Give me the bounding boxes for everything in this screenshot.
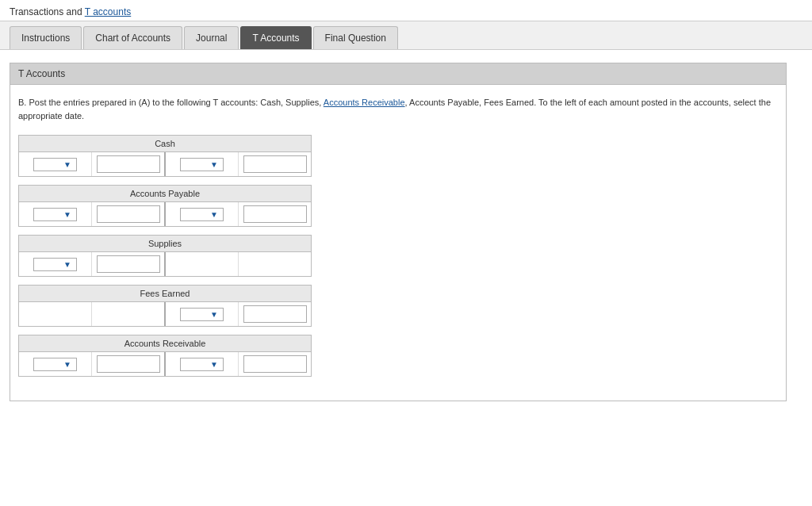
t-account-fees-earned-row: ▼ — [19, 302, 311, 326]
section-title: T Accounts — [10, 63, 786, 85]
supplies-left-input-cell — [92, 252, 166, 276]
cash-left-input[interactable] — [97, 155, 160, 173]
section-box: T Accounts B. Post the entries prepared … — [10, 63, 787, 401]
fe-right-dropdown-arrow: ▼ — [210, 310, 218, 319]
main-content: T Accounts B. Post the entries prepared … — [0, 50, 812, 414]
page-header: Transactions and T accounts — [0, 0, 812, 21]
cash-left-dropdown-cell: ▼ — [19, 152, 92, 176]
supplies-left-dropdown-cell: ▼ — [19, 252, 92, 276]
ar-left-input-cell — [92, 352, 166, 376]
ap-right-input[interactable] — [243, 205, 307, 223]
t-accounts-link[interactable]: T accounts — [85, 6, 131, 17]
ar-left-dropdown-arrow: ▼ — [63, 360, 71, 369]
ap-right-dropdown[interactable]: ▼ — [180, 208, 224, 221]
supplies-left-dropdown[interactable]: ▼ — [33, 258, 77, 271]
ap-right-input-cell — [239, 202, 311, 226]
t-account-cash-title: Cash — [19, 136, 311, 152]
cash-left-dropdown[interactable]: ▼ — [33, 158, 77, 171]
cash-left-dropdown-arrow: ▼ — [63, 160, 71, 169]
supplies-right-empty-cell — [166, 252, 239, 276]
fe-right-dropdown-cell: ▼ — [166, 302, 239, 326]
ar-left-dropdown-cell: ▼ — [19, 352, 92, 376]
cash-left-input-cell — [92, 152, 166, 176]
supplies-right-empty — [170, 255, 234, 273]
cash-right-input-cell — [239, 152, 311, 176]
ar-left-input[interactable] — [97, 355, 160, 373]
page-title-text: Transactions and — [10, 6, 85, 17]
fe-left-empty — [24, 305, 87, 323]
fe-right-dropdown[interactable]: ▼ — [180, 308, 224, 321]
ap-left-input[interactable] — [97, 205, 160, 223]
tab-chart-of-accounts[interactable]: Chart of Accounts — [83, 26, 182, 49]
supplies-right-empty2 — [243, 255, 307, 273]
tab-journal[interactable]: Journal — [184, 26, 239, 49]
ap-left-dropdown-arrow: ▼ — [63, 210, 71, 219]
cash-right-dropdown-arrow: ▼ — [210, 160, 218, 169]
cash-right-dropdown[interactable]: ▼ — [180, 158, 224, 171]
fe-left-empty-cell2 — [92, 302, 166, 326]
t-account-accounts-payable: Accounts Payable ▼ ▼ — [18, 185, 312, 227]
supplies-right-empty-cell2 — [239, 252, 311, 276]
ap-right-dropdown-cell: ▼ — [166, 202, 239, 226]
ar-right-dropdown-arrow: ▼ — [210, 360, 218, 369]
t-account-accounts-payable-row: ▼ ▼ — [19, 202, 311, 226]
section-body: B. Post the entries prepared in (A) to t… — [10, 85, 786, 401]
t-account-supplies: Supplies ▼ — [18, 235, 312, 277]
tab-bar: Instructions Chart of Accounts Journal T… — [0, 21, 812, 50]
t-account-cash: Cash ▼ ▼ — [18, 135, 312, 177]
ar-right-dropdown[interactable]: ▼ — [180, 358, 224, 371]
supplies-left-dropdown-arrow: ▼ — [63, 260, 71, 269]
tab-final-question[interactable]: Final Question — [313, 26, 398, 49]
fe-right-input[interactable] — [243, 305, 307, 323]
accounts-receivable-link[interactable]: Accounts Receivable — [324, 98, 405, 107]
fe-left-empty2 — [97, 305, 160, 323]
t-account-fees-earned: Fees Earned ▼ — [18, 285, 312, 327]
ap-left-dropdown-cell: ▼ — [19, 202, 92, 226]
instructions-text: B. Post the entries prepared in (A) to t… — [18, 96, 778, 122]
ap-left-dropdown[interactable]: ▼ — [33, 208, 77, 221]
t-account-supplies-row: ▼ — [19, 252, 311, 276]
ar-right-dropdown-cell: ▼ — [166, 352, 239, 376]
fe-left-empty-cell — [19, 302, 92, 326]
ar-right-input[interactable] — [243, 355, 307, 373]
t-account-accounts-receivable-row: ▼ ▼ — [19, 352, 311, 376]
ap-left-input-cell — [92, 202, 166, 226]
tab-t-accounts[interactable]: T Accounts — [240, 26, 311, 49]
t-account-cash-row: ▼ ▼ — [19, 152, 311, 176]
ar-left-dropdown[interactable]: ▼ — [33, 358, 77, 371]
t-account-fees-earned-title: Fees Earned — [19, 286, 311, 302]
ar-right-input-cell — [239, 352, 311, 376]
cash-right-dropdown-cell: ▼ — [166, 152, 239, 176]
t-account-accounts-payable-title: Accounts Payable — [19, 186, 311, 202]
ap-right-dropdown-arrow: ▼ — [210, 210, 218, 219]
t-account-accounts-receivable: Accounts Receivable ▼ ▼ — [18, 335, 312, 377]
t-account-supplies-title: Supplies — [19, 236, 311, 252]
supplies-left-input[interactable] — [97, 255, 160, 273]
cash-right-input[interactable] — [243, 155, 307, 173]
t-account-accounts-receivable-title: Accounts Receivable — [19, 335, 311, 352]
fe-right-input-cell — [239, 302, 311, 326]
tab-instructions[interactable]: Instructions — [10, 26, 82, 49]
